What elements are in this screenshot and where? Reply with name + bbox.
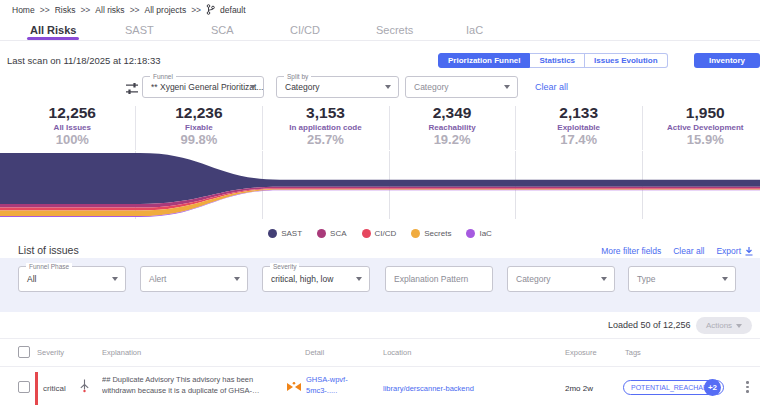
stat-count: 12,256 <box>9 104 136 122</box>
advisory-package-icon <box>286 381 302 393</box>
breadcrumb-home[interactable]: Home <box>12 5 35 15</box>
column-header-location: Location <box>383 348 411 357</box>
export-label: Export <box>716 246 741 256</box>
loaded-count-text: Loaded 50 of 12,256 <box>608 320 691 330</box>
stat-count: 2,133 <box>515 104 642 122</box>
category-select[interactable]: Category <box>405 76 518 98</box>
stat-count: 1,950 <box>642 104 760 122</box>
column-header-exposure: Exposure <box>565 348 597 357</box>
actions-button[interactable]: Actions <box>696 317 752 334</box>
breadcrumb-current-project[interactable]: default <box>220 5 246 15</box>
actions-label: Actions <box>706 321 732 330</box>
tab-label: SAST <box>125 24 154 36</box>
breadcrumb-separator: >> <box>40 5 50 15</box>
inventory-assets-button[interactable]: Inventory Assets <box>694 53 760 68</box>
tab-bar: All Risks SAST SCA CI/CD Secrets IaC <box>0 24 760 41</box>
view-toggle-group: Priorization Funnel Statistics Issues Ev… <box>438 53 668 68</box>
chevron-down-icon <box>736 324 742 328</box>
stat-percent: 19.2% <box>389 132 516 147</box>
statistics-button[interactable]: Statistics <box>530 53 585 68</box>
clear-all-filters-link[interactable]: Clear all <box>673 246 704 256</box>
tune-sliders-icon[interactable] <box>125 82 139 95</box>
legend-label: SCA <box>330 229 346 238</box>
split-by-select[interactable]: Split by Category <box>276 76 399 98</box>
breadcrumb-risks[interactable]: Risks <box>55 5 76 15</box>
active-tab-underline <box>27 37 79 40</box>
legend-dot <box>317 229 326 238</box>
filter-label: Funnel Phase <box>26 263 72 271</box>
legend-label: Secrets <box>424 229 451 238</box>
funnel-area-chart <box>0 151 760 219</box>
stat-label: Active Development <box>642 123 760 132</box>
stat-fixable: 12,236 Fixable 99.8% <box>136 104 263 150</box>
column-header-explanation: Explanation <box>102 348 141 357</box>
filter-funnel-phase[interactable]: Funnel Phase All <box>18 266 126 292</box>
filter-type[interactable]: Type <box>628 266 736 292</box>
tab-secrets[interactable]: Secrets <box>376 24 413 36</box>
breadcrumb-separator: >> <box>191 5 201 15</box>
download-icon <box>744 246 754 256</box>
row-kebab-menu[interactable] <box>744 379 751 395</box>
chevron-down-icon <box>722 277 728 281</box>
stat-label: All Issues <box>9 123 136 132</box>
stat-percent: 25.7% <box>262 132 389 147</box>
legend-item-sca[interactable]: SCA <box>317 229 346 238</box>
table-divider <box>0 338 760 339</box>
filter-alert[interactable]: Alert <box>140 266 248 292</box>
filter-category[interactable]: Category <box>507 266 615 292</box>
issues-evolution-button[interactable]: Issues Evolution <box>585 53 668 68</box>
breadcrumb-all-risks[interactable]: All risks <box>95 5 124 15</box>
git-branch-icon <box>206 4 215 15</box>
breadcrumb-all-projects[interactable]: All projects <box>145 5 187 15</box>
legend-label: CI/CD <box>375 229 397 238</box>
detail-ghsa-link[interactable]: GHSA-wpvf-5mc3-..... <box>306 375 354 397</box>
export-link[interactable]: Export <box>716 246 754 256</box>
filter-explanation-pattern[interactable]: Explanation Pattern <box>385 266 493 292</box>
tab-label: All Risks <box>30 24 76 36</box>
stat-exploitable: 2,133 Exploitable 17.4% <box>515 104 642 150</box>
stat-count: 3,153 <box>262 104 389 122</box>
tab-all-risks[interactable]: All Risks <box>30 24 76 36</box>
stat-label: In application code <box>262 123 389 132</box>
filter-placeholder: Type <box>629 267 735 291</box>
legend-item-cicd[interactable]: CI/CD <box>362 229 397 238</box>
list-of-issues-title: List of issues <box>18 244 79 256</box>
chevron-down-icon <box>112 277 118 281</box>
row-checkbox[interactable] <box>18 381 30 393</box>
chevron-down-icon <box>250 85 256 89</box>
stat-divider <box>515 106 516 150</box>
stat-divider <box>642 106 643 150</box>
legend-item-sast[interactable]: SAST <box>268 229 302 238</box>
funnel-band-sast <box>0 153 760 204</box>
select-all-checkbox[interactable] <box>18 346 30 358</box>
tab-sca[interactable]: SCA <box>211 24 234 36</box>
severity-color-bar <box>35 372 38 405</box>
legend-item-iac[interactable]: IaC <box>466 229 491 238</box>
priorization-funnel-button[interactable]: Priorization Funnel <box>438 53 530 68</box>
tab-cicd[interactable]: CI/CD <box>290 24 320 36</box>
filter-severity[interactable]: Severity critical, high, low <box>262 266 370 292</box>
tab-iac[interactable]: IaC <box>466 24 483 36</box>
stat-all-issues: 12,256 All Issues 100% <box>9 104 136 150</box>
funnel-select[interactable]: Funnel ** Xygeni General Prioritizat... <box>142 76 264 98</box>
more-filter-fields-link[interactable]: More filter fields <box>601 246 661 256</box>
location-link[interactable]: library/derscanner-backend <box>383 384 474 393</box>
legend-label: IaC <box>479 229 491 238</box>
tab-sast[interactable]: SAST <box>125 24 154 36</box>
legend-item-secrets[interactable]: Secrets <box>411 229 451 238</box>
chevron-down-icon <box>385 85 391 89</box>
tab-label: SCA <box>211 24 234 36</box>
category-select-placeholder: Category <box>406 77 517 97</box>
tag-more-badge[interactable]: +2 <box>704 379 721 396</box>
stat-divider <box>262 106 263 150</box>
exposure-value: 2mo 2w <box>565 384 593 393</box>
clear-all-link[interactable]: Clear all <box>535 82 568 92</box>
severity-value: critical <box>43 384 66 393</box>
table-divider <box>0 366 760 367</box>
legend-dot <box>466 229 475 238</box>
stat-in-application-code: 3,153 In application code 25.7% <box>262 104 389 150</box>
stat-count: 2,349 <box>389 104 516 122</box>
column-header-detail: Detail <box>305 348 324 357</box>
stat-count: 12,236 <box>136 104 263 122</box>
legend-dot <box>268 229 277 238</box>
